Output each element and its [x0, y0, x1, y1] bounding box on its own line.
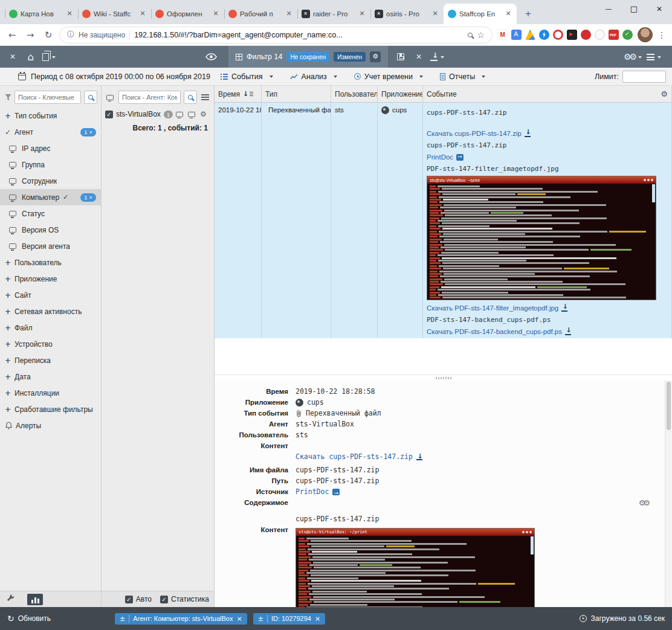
browser-menu-icon[interactable]: [656, 30, 667, 40]
download-link[interactable]: Скачать PDF-sts-147-filter_imagetopdf.jp…: [427, 304, 668, 312]
info-icon[interactable]: [67, 30, 74, 40]
auto-checkbox[interactable]: [125, 596, 133, 603]
tab-close-icon[interactable]: [358, 10, 366, 18]
keyword-search-button[interactable]: [84, 91, 97, 104]
drive-icon[interactable]: [525, 30, 535, 40]
sidebar-item-event-type[interactable]: Тип события: [0, 108, 101, 124]
tab-close-icon[interactable]: [504, 10, 512, 18]
new-tab-button[interactable]: [520, 6, 536, 22]
agent-search-input[interactable]: [118, 91, 181, 104]
droplet-icon[interactable]: [595, 30, 605, 40]
browser-tab-3[interactable]: Оформлен: [151, 4, 224, 24]
play-icon[interactable]: [567, 30, 577, 40]
terminal-screenshot-thumbnail[interactable]: sts@sts-VirtualBox: ~/print: [427, 176, 656, 300]
home-icon[interactable]: [24, 49, 37, 65]
download-icon[interactable]: [430, 49, 444, 65]
back-button[interactable]: [5, 28, 19, 42]
details-scrollbar[interactable]: [665, 381, 672, 607]
close-filter-icon[interactable]: [412, 49, 425, 65]
printdoc-link[interactable]: PrintDoc: [296, 487, 329, 497]
download-link[interactable]: Скачать PDF-sts-147-backend_cups-pdf.ps: [427, 328, 668, 335]
pages-icon[interactable]: [42, 49, 56, 65]
agent-settings-gear-icon[interactable]: [200, 110, 207, 118]
translate-icon[interactable]: [511, 30, 522, 40]
browser-tab-2[interactable]: Wiki - Staffc: [78, 4, 151, 24]
splitter-grip-icon[interactable]: [436, 377, 451, 379]
tab-close-icon[interactable]: [212, 10, 220, 18]
sidebar-item-triggered-filters[interactable]: Сработавшие фильтры: [0, 401, 101, 417]
column-header-user[interactable]: Пользователь: [331, 86, 378, 102]
red-ring-icon[interactable]: [553, 30, 563, 40]
menu-events[interactable]: События: [221, 72, 273, 81]
check-icon[interactable]: [622, 30, 633, 40]
sort-desc-icon[interactable]: [243, 90, 253, 98]
browser-tab-4[interactable]: Рабочий п: [224, 4, 297, 24]
statistics-chart-button[interactable]: [27, 594, 43, 605]
refresh-button[interactable]: Обновить: [7, 614, 51, 623]
lightning-icon[interactable]: [539, 30, 549, 40]
tab-close-icon[interactable]: [285, 10, 293, 18]
sidebar-item-correspondence[interactable]: Переписка: [0, 352, 101, 368]
sidebar-item-agent[interactable]: Агент1: [0, 124, 101, 140]
gmail-icon[interactable]: [497, 30, 508, 40]
tab-close-icon[interactable]: [431, 10, 439, 18]
agents-menu-icon[interactable]: [201, 94, 209, 100]
maximize-button[interactable]: [621, 0, 647, 19]
event-row[interactable]: 2019-10-22 18:2 Перехваченный фа sts cup…: [215, 103, 672, 338]
column-header-app[interactable]: Приложение: [378, 86, 423, 102]
sidebar-item-ip-address[interactable]: IP адрес: [0, 140, 101, 156]
sidebar-item-site[interactable]: Сайт: [0, 287, 101, 303]
filter-count-badge[interactable]: 1: [80, 128, 96, 137]
bookmark-star-icon[interactable]: [477, 30, 485, 40]
agent-search-button[interactable]: [184, 91, 197, 104]
filter-chip-agent[interactable]: ±Агент: Компьютер: sts-VirtualBox: [115, 613, 247, 625]
reload-button[interactable]: [41, 28, 56, 42]
adblock-icon[interactable]: [581, 30, 591, 40]
sidebar-item-employee[interactable]: Сотрудник: [0, 173, 101, 189]
eye-icon[interactable]: [204, 49, 218, 65]
zoom-icon[interactable]: [468, 33, 473, 37]
browser-tab-5[interactable]: raider - Pro: [297, 4, 370, 24]
sidebar-item-alerts[interactable]: Алерты: [0, 417, 101, 434]
download-link[interactable]: Скачать cups-PDF-sts-147.zip: [427, 130, 668, 137]
address-bar[interactable]: Не защищено 192.168.1.50/#!/?barDim=agen…: [59, 27, 493, 43]
sidebar-item-os-version[interactable]: Версия OS: [0, 222, 101, 238]
minimize-button[interactable]: [596, 0, 621, 18]
menu-time-tracking[interactable]: Учет времени: [354, 72, 423, 81]
sidebar-item-status[interactable]: Статус: [0, 205, 101, 222]
browser-tab-6[interactable]: osiris - Pro: [370, 4, 444, 24]
tab-close-icon[interactable]: [65, 10, 74, 18]
close-panel-icon[interactable]: [6, 49, 19, 65]
sidebar-item-application[interactable]: Приложение: [0, 271, 101, 287]
settings-gears-icon[interactable]: [624, 49, 642, 65]
sidebar-item-network-activity[interactable]: Сетевая активность: [0, 303, 101, 320]
statistics-checkbox[interactable]: [160, 596, 168, 603]
columns-gear-icon[interactable]: [661, 89, 668, 98]
terminal-screenshot-preview[interactable]: sts@sts-VirtualBox: ~/print: [296, 528, 535, 607]
chip-close-icon[interactable]: [236, 615, 242, 623]
main-menu-icon[interactable]: [647, 49, 661, 65]
agent-row[interactable]: sts-VirtualBox 1: [102, 108, 214, 121]
pdf-icon[interactable]: [609, 30, 619, 40]
monitor-icon[interactable]: [176, 112, 183, 117]
sidebar-item-agent-version[interactable]: Версия агента: [0, 238, 101, 254]
download-link[interactable]: Скачать cups-PDF-sts-147.zip: [296, 452, 413, 462]
menu-analysis[interactable]: Анализ: [290, 72, 337, 81]
panel-splitter[interactable]: [215, 374, 672, 381]
wrench-icon[interactable]: [6, 594, 15, 605]
auto-checkbox-label[interactable]: Авто: [125, 595, 152, 603]
sidebar-item-installations[interactable]: Инсталляции: [0, 385, 101, 401]
chip-close-icon[interactable]: [315, 615, 320, 623]
close-window-button[interactable]: [647, 0, 672, 19]
statistics-checkbox-label[interactable]: Статистика: [160, 595, 209, 603]
keyword-search-input[interactable]: [15, 91, 81, 104]
save-icon[interactable]: [394, 49, 407, 65]
tab-close-icon[interactable]: [138, 10, 147, 18]
scrollbar-thumb[interactable]: [667, 382, 671, 430]
sidebar-item-group[interactable]: Группа: [0, 156, 101, 173]
contents-gear-icon[interactable]: [639, 498, 648, 508]
filter-chip-id[interactable]: ±ID: 10279294: [253, 613, 326, 625]
column-header-time[interactable]: Время: [215, 86, 262, 102]
sidebar-item-user[interactable]: Пользователь: [0, 254, 101, 271]
limit-input[interactable]: [622, 71, 666, 83]
